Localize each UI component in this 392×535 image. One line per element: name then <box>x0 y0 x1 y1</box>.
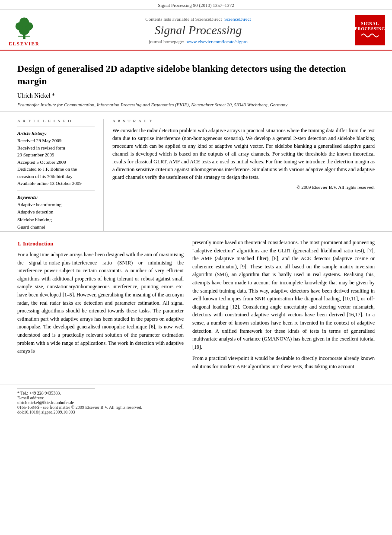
keyword-adaptive-beamforming: Adaptive beamforming <box>17 201 95 209</box>
footnote-area: * Tel.: +49 228 9435383. E-mail address:… <box>17 389 95 405</box>
article-title-area: Design of generalised 2D adaptive sidelo… <box>0 51 392 112</box>
badge-area: SIGNAL PROCESSING <box>355 14 385 46</box>
received-date: Received 29 May 2009 <box>17 137 95 144</box>
elsevier-tree-icon <box>11 14 37 40</box>
journal-citation-text: Signal Processing 90 (2010) 1357–1372 <box>158 3 234 8</box>
article-authors: Ulrich Nickel * <box>17 92 375 99</box>
authors-text: Ulrich Nickel * <box>17 92 55 99</box>
accepted-date: Accepted 5 October 2009 <box>17 159 95 166</box>
signal-processing-badge: SIGNAL PROCESSING <box>355 15 385 45</box>
copyright: © 2009 Elsevier B.V. All rights reserved… <box>112 185 375 194</box>
available-online: Available online 13 October 2009 <box>17 180 95 187</box>
footnote-phone: * Tel.: +49 228 9435383. <box>17 391 61 395</box>
footnote-email-value: ulrich.nickel@fkie.fraunhofer.de <box>17 400 74 405</box>
footer-doi: doi:10.1016/j.sigpro.2009.10.003 <box>17 410 375 414</box>
divider2 <box>17 191 95 191</box>
section1-right-text2: From a practical viewpoint it would be d… <box>192 354 375 370</box>
elsevier-logo-area: ELSEVIER <box>7 14 41 46</box>
article-info-header: A R T I C L E I N F O <box>17 119 95 123</box>
body-right-column: presently more based on theoretical cons… <box>192 239 375 374</box>
section1-left-text: For a long time adaptive arrays have bee… <box>17 251 184 355</box>
abstract-text: We consider the radar detection problem … <box>112 127 375 181</box>
revised-label: Received in revised form <box>17 144 95 152</box>
section1-title: 1. Introduction <box>17 240 184 247</box>
badge-line2: PROCESSING <box>355 26 385 32</box>
article-body: 1. Introduction For a long time adaptive… <box>0 232 392 381</box>
keyword-adaptive-detection: Adaptive detection <box>17 208 95 216</box>
page-container: Signal Processing 90 (2010) 1357–1372 EL… <box>0 0 392 535</box>
journal-name: Signal Processing <box>155 23 242 37</box>
article-affiliation: Fraunhofer Institute for Communication, … <box>17 102 375 107</box>
elsevier-logo: ELSEVIER <box>7 14 41 46</box>
keyword-sidelobe-blanking: Sidelobe blanking <box>17 216 95 224</box>
homepage-link[interactable]: www.elsevier.com/locate/sigpro <box>187 39 248 44</box>
journal-title-area: Contents lists available at ScienceDirec… <box>46 14 351 46</box>
abstract-header: A B S T R A C T <box>112 119 375 123</box>
article-info-abstract: A R T I C L E I N F O Article history: R… <box>0 112 392 232</box>
journal-header: ELSEVIER Contents lists available at Sci… <box>0 10 392 51</box>
footnote-email-line: E-mail address: ulrich.nickel@fkie.fraun… <box>17 395 95 405</box>
section1-right-text: presently more based on theoretical cons… <box>192 239 375 351</box>
elsevier-label: ELSEVIER <box>9 41 40 46</box>
svg-point-4 <box>19 17 29 27</box>
article-info-column: A R T I C L E I N F O Article history: R… <box>17 119 104 231</box>
journal-homepage: journal homepage: www.elsevier.com/locat… <box>149 39 248 44</box>
homepage-label: journal homepage: <box>149 39 184 44</box>
footnote-star-line: * Tel.: +49 228 9435383. <box>17 391 95 395</box>
article-title: Design of generalised 2D adaptive sidelo… <box>17 63 375 87</box>
footer: * Tel.: +49 228 9435383. E-mail address:… <box>0 385 392 417</box>
keyword-guard-channel: Guard channel <box>17 223 95 231</box>
divider <box>17 127 95 127</box>
abstract-column: A B S T R A C T We consider the radar de… <box>104 119 375 231</box>
keywords-label: Keywords: <box>17 194 95 200</box>
contents-available: Contents lists available at ScienceDirec… <box>145 16 251 22</box>
revised-date: 29 September 2009 <box>17 151 95 159</box>
dedicated-line2: occasion of his 70th birthday <box>17 173 95 180</box>
footer-copyright: 0165-1684/$ - see front matter © 2009 El… <box>17 405 375 410</box>
body-left-column: 1. Introduction For a long time adaptive… <box>17 239 184 374</box>
sciencedirect-link[interactable]: ScienceDirect <box>224 16 251 22</box>
contents-text: Contents lists available at ScienceDirec… <box>145 16 222 22</box>
footnote-email-label: E-mail address: <box>17 395 44 400</box>
journal-citation: Signal Processing 90 (2010) 1357–1372 <box>0 0 392 10</box>
badge-line1: SIGNAL <box>361 21 379 26</box>
article-history-label: Article history: <box>17 131 95 136</box>
signal-wave-icon <box>361 32 379 39</box>
dedicated-line1: Dedicated to J.F. Böhme on the <box>17 166 95 173</box>
